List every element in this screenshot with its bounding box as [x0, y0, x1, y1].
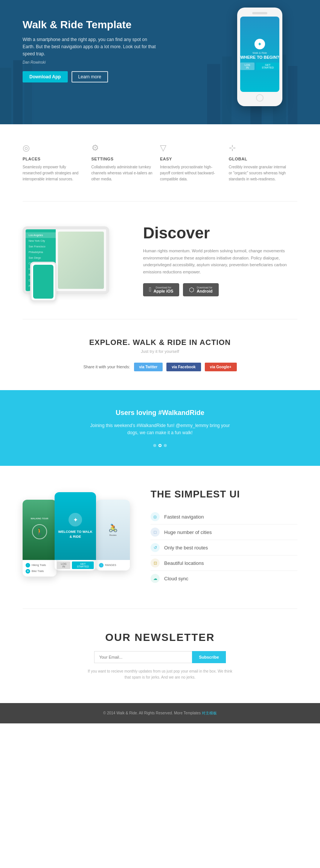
sidebar-item-sd[interactable]: San Diego: [26, 255, 56, 261]
social-proof-section: Users loving #WalkandRide Joining this w…: [0, 390, 320, 466]
carousel-dots: [23, 444, 297, 447]
simplest-content: THE SIMPLEST UI ◎ Fastest navigation □ H…: [151, 488, 297, 586]
easy-title: EASY: [160, 157, 221, 161]
features-section: ◎ PLACES Seamlessly empower fully resear…: [0, 124, 320, 201]
dot-3[interactable]: [164, 444, 167, 447]
bike-label: Bike Trails: [32, 570, 44, 572]
ios-btn-label: Download for Apple iOS: [154, 286, 174, 293]
explore-section: EXPLORE. WALK & RIDE IN ACTION Just try …: [0, 319, 320, 390]
where-begin-text: WHERE TO BEGIN?: [240, 55, 279, 59]
global-title: GLOBAL: [229, 157, 290, 161]
twitter-share-button[interactable]: via Twitter: [134, 363, 163, 371]
sidebar-item-phil[interactable]: Philadelphia: [26, 249, 56, 255]
screen2-login[interactable]: LOG IN: [57, 561, 70, 569]
hiking-trails-item[interactable]: ↑ Hiking Trails: [26, 562, 53, 568]
dot-2[interactable]: [158, 444, 162, 447]
newsletter-section: OUR NEWSLETTER Subscribe If you want to …: [0, 609, 320, 703]
global-icon: ⊹: [229, 143, 290, 153]
hero-title: Walk & Ride Template: [23, 19, 158, 31]
store-buttons:  Download for Apple iOS ⬡ Download for …: [143, 283, 297, 296]
screen-3-bg: 🚴 Routes: [96, 500, 130, 560]
dot-1[interactable]: [153, 444, 156, 447]
screen1-bottom: ↑ Hiking Trails ⊕ Bike Trails: [23, 560, 56, 577]
places-title: PLACES: [23, 157, 84, 161]
sidebar-item-sf[interactable]: San Francisco: [26, 244, 56, 249]
hero-phone-mockup: ✦ Walk & Ride WHERE TO BEGIN? LOG IN GET…: [230, 8, 290, 106]
ios-label: Apple iOS: [154, 289, 174, 293]
route-icon-1: →: [99, 563, 104, 567]
screen3-bottom: → RANGES: [96, 560, 130, 571]
android-btn-label: Download for Android: [197, 286, 212, 293]
cities-icon: □: [151, 528, 160, 537]
easy-icon: ▽: [160, 143, 221, 153]
android-label: Android: [197, 289, 212, 293]
phone-login-button[interactable]: LOG IN: [240, 63, 254, 70]
discover-description: Human rights momentum. World problem sol…: [143, 247, 297, 276]
footer-copyright: © 2014 Walk & Ride. All Rights Reserved.…: [103, 711, 202, 715]
footer-link[interactable]: 对主模板: [202, 711, 217, 715]
simplest-ui-section: WALKING TOUR 🚶 ↑ Hiking Trails ⊕ Bike Tr…: [0, 466, 320, 609]
activity-icon: 🚴: [108, 523, 118, 532]
tablet-main-area: ›: [56, 229, 106, 291]
route-item-1[interactable]: → RANGES: [99, 562, 127, 568]
facebook-share-button[interactable]: via Facebook: [166, 363, 201, 371]
screen-card-3: 🚴 Routes → RANGES: [96, 500, 130, 571]
feature-global: ⊹ GLOBAL Credibly innovate granular inte…: [229, 143, 298, 182]
small-phone-screen: [33, 265, 53, 299]
welcome-icon: ✦: [69, 513, 82, 526]
global-desc: Credibly innovate granular internal or "…: [229, 164, 290, 182]
locations-icon: ⊡: [151, 558, 160, 567]
phone-start-button[interactable]: GET STARTED: [256, 63, 279, 70]
screen-1-bg: WALKING TOUR 🚶: [23, 500, 56, 560]
places-icon: ◎: [23, 143, 84, 153]
google-share-button[interactable]: via Google+: [205, 363, 237, 371]
locations-label: Beautiful locations: [164, 560, 204, 566]
simplest-feature-list: ◎ Fastest navigation □ Huge number of ci…: [151, 509, 297, 586]
simplest-title: THE SIMPLEST UI: [151, 488, 297, 500]
learn-more-button[interactable]: Learn more: [72, 71, 108, 82]
ios-store-button[interactable]:  Download for Apple iOS: [143, 283, 179, 296]
download-app-button[interactable]: Download App: [23, 71, 68, 82]
phone-outer: ✦ Walk & Ride WHERE TO BEGIN? LOG IN GET…: [237, 8, 282, 106]
cities-label: Huge number of cities: [164, 529, 212, 535]
hero-description: With a smartphone and the right app, you…: [23, 36, 158, 58]
screen-2-bg: ✦ WELCOME TO WALK & RIDE: [55, 492, 96, 560]
route-label-1: RANGES: [105, 564, 116, 566]
phone-screen: ✦ Walk & Ride WHERE TO BEGIN? LOG IN GET…: [240, 17, 279, 92]
hero-author: Dan Rowinski: [23, 60, 158, 64]
feature-easy: ▽ EASY Interactively procrastinate high-…: [160, 143, 229, 182]
subscribe-button[interactable]: Subscribe: [192, 651, 226, 663]
walk-icon: 🚶: [32, 524, 47, 539]
hero-buttons: Download App Learn more: [23, 71, 158, 82]
footer-text: © 2014 Walk & Ride. All Rights Reserved.…: [23, 711, 297, 716]
feature-cities: □ Huge number of cities: [151, 525, 297, 540]
explore-title: EXPLORE. WALK & RIDE IN ACTION: [23, 338, 297, 347]
apple-icon: : [149, 286, 151, 293]
newsletter-email-input[interactable]: [94, 651, 192, 663]
hike-icon: ↑: [26, 563, 30, 567]
hero-section: Walk & Ride Template With a smartphone a…: [0, 0, 320, 124]
screen-card-1: WALKING TOUR 🚶 ↑ Hiking Trails ⊕ Bike Tr…: [23, 500, 56, 577]
android-store-button[interactable]: ⬡ Download for Android: [183, 283, 218, 296]
share-row: Share it with your friends: via Twitter …: [23, 363, 297, 371]
sidebar-item-ny[interactable]: New York City: [26, 238, 56, 244]
screen1-label: WALKING TOUR: [31, 517, 49, 520]
explore-subtitle: Just try it for yourself: [23, 349, 297, 354]
feature-fastest: ◎ Fastest navigation: [151, 509, 297, 525]
newsletter-title: OUR NEWSLETTER: [23, 632, 297, 644]
screen2-start[interactable]: GET STARTED: [72, 561, 94, 569]
feature-places: ◎ PLACES Seamlessly empower fully resear…: [23, 143, 91, 182]
phone-home-button: [256, 94, 264, 102]
social-tweet: Joining this weekend's #WalkandRide fun!…: [85, 422, 235, 436]
fastest-icon: ◎: [151, 512, 160, 521]
places-desc: Seamlessly empower fully researched grow…: [23, 164, 84, 182]
bike-icon: ⊕: [26, 569, 30, 574]
discover-title: Discover: [143, 224, 297, 242]
bike-trails-item[interactable]: ⊕ Bike Trails: [26, 568, 53, 574]
sidebar-item-la[interactable]: Los Angeles: [26, 232, 56, 238]
app-logo-icon: ✦: [254, 39, 265, 49]
discover-section: Los Angeles New York City San Francisco …: [0, 201, 320, 319]
screen2-buttons: LOG IN GET STARTED: [55, 560, 96, 571]
social-heading: Users loving #WalkandRide: [23, 409, 297, 417]
phone-action-buttons: LOG IN GET STARTED: [240, 63, 279, 70]
